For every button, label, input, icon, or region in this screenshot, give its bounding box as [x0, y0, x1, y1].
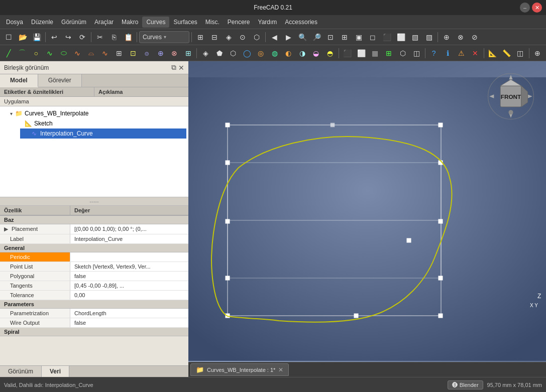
- tb2-split[interactable]: ⊗: [168, 47, 181, 60]
- tb2-s2[interactable]: ⬟: [213, 47, 226, 60]
- tb-back[interactable]: ◻: [366, 31, 379, 44]
- workbench-dropdown[interactable]: Curves ▾: [139, 31, 189, 43]
- tab-view[interactable]: Görünüm: [0, 366, 42, 377]
- menu-yardim[interactable]: Yardım: [254, 17, 281, 28]
- viewport-tab[interactable]: 📁 Curves_WB_Interpolate : 1* ✕: [190, 363, 289, 376]
- tb-top[interactable]: ⬛: [380, 31, 393, 44]
- tb-zoom-sel[interactable]: ⊕: [440, 31, 453, 44]
- tb2-s10[interactable]: ◓: [323, 47, 337, 60]
- tb-nav-left[interactable]: ◀: [268, 31, 281, 44]
- tb-view2[interactable]: ⊟: [208, 31, 221, 44]
- tb2-arc[interactable]: ⌒: [16, 47, 29, 60]
- tb2-help[interactable]: ?: [427, 47, 441, 60]
- tb-sel[interactable]: ⊞: [338, 31, 351, 44]
- tb-cut[interactable]: ✂: [93, 31, 106, 44]
- viewport-tab-close[interactable]: ✕: [278, 366, 283, 373]
- menu-pencere[interactable]: Pencere: [224, 17, 254, 28]
- tb2-s9[interactable]: ◒: [310, 47, 323, 60]
- tb-view1[interactable]: ⊞: [194, 31, 207, 44]
- tb2-s1[interactable]: ◈: [199, 47, 212, 60]
- tb2-m3[interactable]: ▦: [369, 47, 382, 60]
- tb2-join[interactable]: ⊕: [154, 47, 167, 60]
- tb-paste[interactable]: 📋: [122, 31, 135, 44]
- tb2-line[interactable]: ╱: [2, 47, 15, 60]
- tb-refresh[interactable]: ⟳: [76, 31, 89, 44]
- tb2-s4[interactable]: ◯: [241, 47, 254, 60]
- tb2-m1[interactable]: ⬛: [341, 47, 354, 60]
- tb-new[interactable]: ☐: [2, 31, 15, 44]
- tb-right[interactable]: ▧: [408, 31, 421, 44]
- viewport[interactable]: Z X Y FRONT: [188, 61, 546, 377]
- tb2-warn[interactable]: ⚠: [455, 47, 468, 60]
- tab-tasks[interactable]: Görevler: [38, 74, 82, 87]
- tb2-measure[interactable]: 📐: [486, 47, 499, 60]
- tree-item-curves-wb[interactable]: ▾ 📁 Curves_WB_Interpolate: [8, 108, 186, 118]
- tb2-circle[interactable]: ○: [30, 47, 43, 60]
- tb-view4[interactable]: ⊙: [236, 31, 249, 44]
- tb2-s7[interactable]: ◐: [282, 47, 295, 60]
- menu-dosya[interactable]: Dosya: [2, 17, 27, 28]
- menu-araclar[interactable]: Araçlar: [90, 17, 118, 28]
- tb2-s8[interactable]: ◑: [296, 47, 309, 60]
- placement-expand-icon[interactable]: ▶: [4, 226, 8, 232]
- tb-front[interactable]: ▣: [352, 31, 365, 44]
- menu-surfaces[interactable]: Surfaces: [169, 17, 201, 28]
- tb-save[interactable]: 💾: [30, 31, 43, 44]
- tb2-info[interactable]: ℹ: [441, 47, 454, 60]
- prop-polygonal-name: Polygonal: [0, 272, 70, 281]
- minimize-button[interactable]: –: [520, 3, 530, 13]
- menu-accessories[interactable]: Accessories: [281, 17, 321, 28]
- blender-button[interactable]: 🅑 Blender: [448, 380, 483, 389]
- tb2-offset[interactable]: ⊞: [182, 47, 195, 60]
- tb2-s3[interactable]: ⬡: [227, 47, 240, 60]
- tb-draw2[interactable]: ⊘: [468, 31, 481, 44]
- tb2-m2[interactable]: ⬜: [355, 47, 368, 60]
- tab-data[interactable]: Veri: [42, 366, 69, 377]
- navigation-cube[interactable]: FRONT: [486, 71, 536, 121]
- tb-view3[interactable]: ◈: [222, 31, 235, 44]
- tb2-nurbs[interactable]: ∿: [71, 47, 84, 60]
- properties-scroll-area[interactable]: Baz ▶ Placement [(0,00 0,00 1,00); 0,00 …: [0, 216, 188, 365]
- tb2-bezier[interactable]: ⌓: [85, 47, 98, 60]
- menu-gorunum[interactable]: Görünüm: [57, 17, 90, 28]
- prop-periodic[interactable]: Periodic true: [0, 252, 188, 262]
- tree-item-sketch[interactable]: 📐 Sketch: [14, 118, 186, 128]
- tb-left[interactable]: ▨: [422, 31, 435, 44]
- tb2-ellipse[interactable]: ⬭: [57, 47, 70, 60]
- tb2-m5[interactable]: ⬡: [396, 47, 409, 60]
- tb-undo[interactable]: ↩: [48, 31, 61, 44]
- tb2-m4[interactable]: ⊞: [382, 47, 395, 60]
- tb-zoom-out[interactable]: 🔎: [310, 31, 323, 44]
- tab-model[interactable]: Model: [0, 74, 38, 87]
- menu-makro[interactable]: Makro: [118, 17, 142, 28]
- curves-wb-icon: 📁: [15, 109, 23, 117]
- tb-redo[interactable]: ↪: [62, 31, 75, 44]
- menu-curves[interactable]: Curves: [142, 17, 169, 28]
- tb2-err[interactable]: ✕: [469, 47, 482, 60]
- tb-fit[interactable]: ⊡: [324, 31, 337, 44]
- tb-nav-right[interactable]: ▶: [282, 31, 295, 44]
- panel-restore-button[interactable]: ⧉: [171, 63, 176, 72]
- tb2-sketch-tool[interactable]: ⊞: [113, 47, 126, 60]
- tb2-extend[interactable]: ⌾: [140, 47, 153, 60]
- tb2-extra[interactable]: ⊕: [531, 47, 544, 60]
- tb2-spline[interactable]: ∿: [44, 47, 57, 60]
- tb2-interpol[interactable]: ∿: [99, 47, 112, 60]
- close-button[interactable]: ✕: [532, 3, 542, 13]
- tb2-m6[interactable]: ◫: [410, 47, 423, 60]
- tb2-measure2[interactable]: 📏: [500, 47, 513, 60]
- tb2-measure3[interactable]: ◫: [514, 47, 527, 60]
- tree-item-interpolation-curve[interactable]: ∿ Interpolation_Curve: [20, 128, 186, 139]
- tb-view5[interactable]: ⬡: [250, 31, 263, 44]
- panel-close-button[interactable]: ✕: [178, 63, 184, 72]
- tb-copy[interactable]: ⎘: [107, 31, 121, 44]
- tb2-s5[interactable]: ◎: [255, 47, 268, 60]
- tb2-s6[interactable]: ◍: [268, 47, 281, 60]
- tb-zoom-in[interactable]: 🔍: [296, 31, 309, 44]
- menu-duzenle[interactable]: Düzenle: [27, 17, 57, 28]
- menu-misc[interactable]: Misc.: [201, 17, 224, 28]
- tb2-param[interactable]: ⊡: [127, 47, 140, 60]
- tb-bottom[interactable]: ⬜: [394, 31, 407, 44]
- tb-draw1[interactable]: ⊗: [454, 31, 467, 44]
- tb-open[interactable]: 📂: [16, 31, 29, 44]
